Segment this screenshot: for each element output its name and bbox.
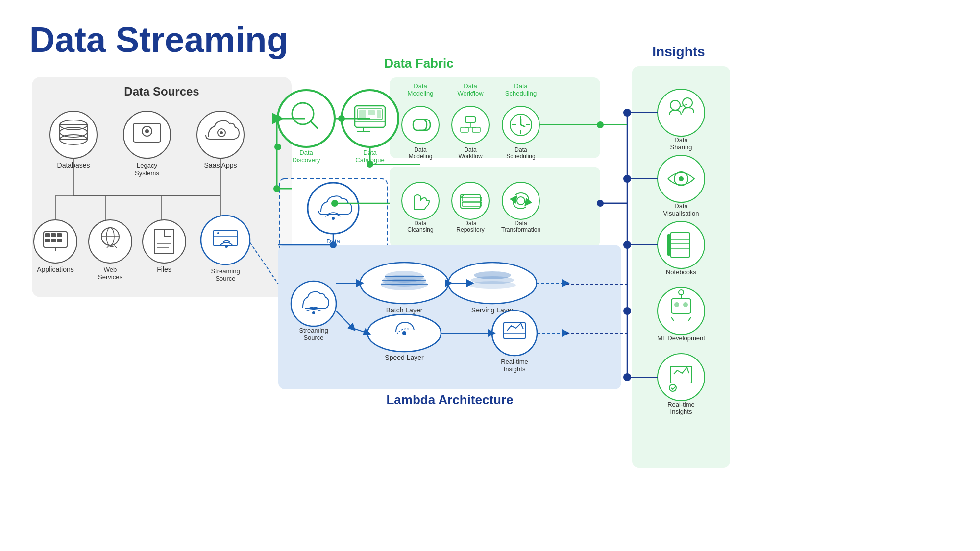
svg-text:Modeling: Modeling bbox=[408, 90, 434, 97]
svg-rect-75 bbox=[472, 127, 480, 132]
svg-rect-49 bbox=[154, 229, 174, 254]
svg-text:Real-time: Real-time bbox=[501, 358, 528, 365]
svg-rect-197 bbox=[670, 233, 690, 257]
svg-text:Modeling: Modeling bbox=[409, 153, 433, 160]
svg-rect-6 bbox=[60, 125, 87, 140]
svg-rect-201 bbox=[667, 234, 670, 256]
svg-text:ML Development: ML Development bbox=[657, 335, 705, 342]
svg-point-178 bbox=[597, 200, 604, 207]
svg-text:Services: Services bbox=[98, 273, 122, 281]
svg-point-70 bbox=[452, 106, 489, 144]
svg-rect-120 bbox=[279, 179, 387, 262]
svg-point-182 bbox=[670, 100, 680, 110]
svg-point-144 bbox=[368, 314, 441, 352]
svg-rect-96 bbox=[462, 197, 482, 201]
svg-rect-110 bbox=[355, 106, 385, 127]
svg-text:Data: Data bbox=[414, 82, 427, 90]
svg-text:Insights: Insights bbox=[652, 44, 705, 59]
svg-point-175 bbox=[331, 200, 338, 207]
svg-rect-114 bbox=[368, 110, 375, 115]
svg-text:Source: Source bbox=[303, 334, 323, 341]
svg-point-162 bbox=[273, 185, 280, 192]
svg-point-100 bbox=[502, 182, 539, 219]
svg-text:Source: Source bbox=[215, 275, 235, 282]
svg-point-133 bbox=[382, 275, 426, 287]
svg-point-57 bbox=[217, 232, 219, 234]
svg-point-139 bbox=[448, 263, 537, 304]
svg-point-19 bbox=[218, 129, 225, 137]
svg-text:Scheduling: Scheduling bbox=[506, 153, 535, 160]
svg-point-44 bbox=[106, 228, 114, 245]
svg-rect-71 bbox=[466, 117, 475, 122]
svg-line-106 bbox=[311, 121, 318, 128]
svg-rect-38 bbox=[45, 239, 50, 242]
svg-point-168 bbox=[338, 115, 345, 122]
svg-text:Data: Data bbox=[414, 220, 427, 227]
svg-point-54 bbox=[201, 216, 250, 264]
svg-rect-39 bbox=[51, 239, 56, 242]
svg-text:Serving Layer: Serving Layer bbox=[471, 306, 514, 314]
svg-point-109 bbox=[342, 90, 398, 147]
svg-line-212 bbox=[671, 317, 674, 321]
svg-rect-36 bbox=[51, 233, 56, 237]
svg-point-207 bbox=[674, 302, 679, 307]
svg-point-105 bbox=[292, 103, 314, 124]
svg-point-219 bbox=[669, 384, 676, 391]
svg-point-187 bbox=[623, 109, 631, 117]
svg-rect-35 bbox=[45, 233, 50, 237]
svg-text:Files: Files bbox=[157, 265, 172, 273]
svg-point-132 bbox=[385, 271, 424, 283]
svg-point-122 bbox=[332, 217, 335, 220]
svg-point-191 bbox=[679, 176, 684, 181]
svg-point-183 bbox=[683, 98, 692, 108]
svg-text:Data: Data bbox=[299, 149, 313, 156]
svg-text:Applications: Applications bbox=[37, 265, 74, 273]
svg-line-157 bbox=[353, 328, 368, 333]
svg-text:Data: Data bbox=[514, 220, 527, 227]
svg-text:Legacy: Legacy bbox=[137, 162, 157, 169]
svg-point-217 bbox=[658, 354, 705, 401]
svg-text:Lambda Architecture: Lambda Architecture bbox=[386, 392, 513, 407]
svg-point-173 bbox=[274, 144, 281, 150]
svg-text:Batch Layer: Batch Layer bbox=[386, 306, 423, 314]
svg-point-205 bbox=[658, 287, 705, 335]
svg-text:Real-time: Real-time bbox=[667, 401, 695, 408]
svg-point-81 bbox=[510, 114, 532, 136]
page-title: Data Streaming bbox=[29, 20, 288, 60]
svg-text:Data: Data bbox=[464, 220, 477, 227]
svg-point-228 bbox=[597, 121, 604, 128]
svg-line-213 bbox=[688, 317, 691, 321]
svg-text:Workflow: Workflow bbox=[457, 90, 484, 97]
svg-point-58 bbox=[225, 245, 228, 248]
svg-text:Insights: Insights bbox=[504, 365, 526, 373]
svg-point-211 bbox=[679, 290, 684, 295]
svg-point-131 bbox=[360, 263, 448, 304]
svg-point-42 bbox=[89, 220, 132, 263]
svg-point-128 bbox=[312, 311, 315, 314]
svg-point-101 bbox=[517, 197, 525, 205]
svg-text:Data: Data bbox=[514, 146, 527, 153]
svg-text:Visualisation: Visualisation bbox=[663, 210, 699, 217]
svg-point-208 bbox=[683, 302, 688, 307]
svg-point-5 bbox=[60, 120, 87, 130]
svg-text:Workflow: Workflow bbox=[458, 153, 482, 160]
svg-point-203 bbox=[623, 241, 631, 249]
svg-rect-2 bbox=[32, 77, 292, 297]
svg-point-10 bbox=[123, 111, 171, 158]
svg-rect-113 bbox=[359, 110, 366, 118]
svg-point-121 bbox=[308, 183, 359, 234]
svg-rect-97 bbox=[462, 202, 482, 206]
svg-text:Data: Data bbox=[363, 149, 377, 156]
svg-point-141 bbox=[471, 276, 514, 284]
svg-text:Transformation: Transformation bbox=[501, 226, 540, 233]
svg-point-140 bbox=[474, 271, 511, 279]
svg-line-184 bbox=[680, 104, 687, 107]
svg-text:Streaming: Streaming bbox=[211, 267, 240, 275]
svg-rect-62 bbox=[390, 77, 600, 158]
svg-text:Data: Data bbox=[674, 136, 688, 144]
svg-rect-55 bbox=[213, 230, 238, 246]
svg-point-65 bbox=[402, 106, 439, 144]
svg-rect-218 bbox=[670, 366, 692, 383]
svg-text:Sharing: Sharing bbox=[670, 144, 692, 151]
svg-text:Data: Data bbox=[464, 82, 477, 90]
